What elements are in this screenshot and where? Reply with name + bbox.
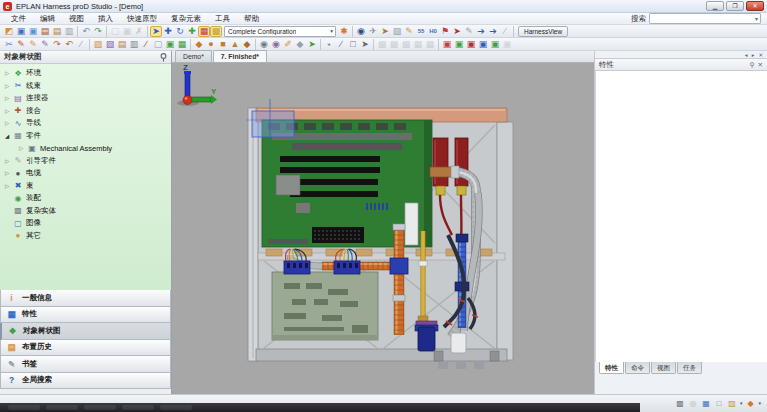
- menu-item-4[interactable]: 插入: [91, 13, 120, 25]
- package-icon[interactable]: ▤: [116, 39, 128, 50]
- edit-pen-icon[interactable]: ✎: [463, 26, 475, 37]
- render-mode-icon[interactable]: ◆: [745, 398, 755, 408]
- taskbar-button[interactable]: [160, 405, 192, 410]
- tree-expand-arrow[interactable]: ▷: [5, 170, 13, 176]
- panel-close-icon[interactable]: ✕: [758, 61, 763, 69]
- clamp-icon[interactable]: ◆: [193, 39, 205, 50]
- run-check-icon[interactable]: ➤: [451, 26, 463, 37]
- tab-close-icon[interactable]: ✕: [758, 52, 763, 58]
- taskbar-button[interactable]: [84, 405, 116, 410]
- view-front-icon[interactable]: ▣: [441, 39, 453, 50]
- redo-icon[interactable]: ↷: [92, 26, 104, 37]
- grommet-icon[interactable]: ●: [205, 39, 217, 50]
- tree-expand-arrow[interactable]: ▷: [5, 120, 13, 126]
- tree-item[interactable]: ●其它: [0, 230, 171, 243]
- tree-expand-arrow[interactable]: ▷: [5, 83, 13, 89]
- wire-length-icon[interactable]: 55: [415, 26, 427, 37]
- tree-item[interactable]: ▢图像: [0, 217, 171, 230]
- line-icon[interactable]: ∕: [335, 39, 347, 50]
- sleeve-icon[interactable]: ■: [217, 39, 229, 50]
- menu-item-7[interactable]: 工具: [208, 13, 237, 25]
- tree-item[interactable]: ◉装配: [0, 192, 171, 205]
- restore-button[interactable]: ❐: [726, 1, 744, 11]
- clip-region-icon[interactable]: ▩: [675, 398, 685, 408]
- taskbar-button[interactable]: [46, 405, 78, 410]
- print-icon[interactable]: ▥: [63, 26, 75, 37]
- paste-icon[interactable]: ▣: [121, 26, 133, 37]
- document-tab-2[interactable]: 7. Finished*: [213, 50, 267, 62]
- tree-expand-arrow[interactable]: ▷: [5, 70, 13, 76]
- arrow-up-icon[interactable]: ➤: [306, 39, 318, 50]
- add-point-icon[interactable]: +: [323, 39, 335, 50]
- panel-tab-1[interactable]: 特性: [599, 362, 624, 374]
- copy-icon[interactable]: ▢: [109, 26, 121, 37]
- menu-item-2[interactable]: 编辑: [33, 13, 62, 25]
- pencil-orange-icon[interactable]: ✎: [27, 39, 39, 50]
- tree-expand-arrow[interactable]: ▷: [5, 158, 13, 164]
- menu-item-8[interactable]: 帮助: [237, 13, 266, 25]
- pen-detail-icon[interactable]: ✐: [282, 39, 294, 50]
- measure-icon[interactable]: ➤: [379, 26, 391, 37]
- panel-tab-3[interactable]: 视图: [651, 362, 676, 374]
- dropdown-arrow-icon[interactable]: ▾: [330, 28, 335, 34]
- tab-scroll-left-icon[interactable]: ◂: [745, 52, 748, 58]
- open-project-icon[interactable]: ◩: [3, 26, 15, 37]
- export-icon[interactable]: ▤: [51, 26, 63, 37]
- dropdown-arrow-icon[interactable]: ▾: [740, 400, 743, 406]
- chassis-3d-model[interactable]: [172, 63, 594, 394]
- nail-icon[interactable]: ◆: [294, 39, 306, 50]
- tree-item[interactable]: ▷∿导线: [0, 117, 171, 130]
- report4-icon[interactable]: ▦: [412, 39, 424, 50]
- pane-layout-icon[interactable]: □: [714, 398, 724, 408]
- delete-icon[interactable]: ✗: [133, 26, 145, 37]
- panel-button-properties-nav[interactable]: ▦特性: [0, 307, 171, 324]
- cut-wire-icon[interactable]: ✂: [3, 39, 15, 50]
- tree-item[interactable]: ▷●电缆: [0, 167, 171, 180]
- taskbar-button[interactable]: [122, 405, 154, 410]
- bundle-new-icon[interactable]: ▧: [92, 39, 104, 50]
- tree-item[interactable]: ▷▣Mechanical Assembly: [0, 142, 171, 155]
- import-icon[interactable]: ▤: [39, 26, 51, 37]
- tab-scroll-right-icon[interactable]: ▸: [752, 52, 755, 58]
- tree-item[interactable]: ▷✖束: [0, 180, 171, 193]
- remove-segment-icon[interactable]: ∕: [140, 39, 152, 50]
- report-flag-icon[interactable]: ⚑: [439, 26, 451, 37]
- ghost-mode-icon[interactable]: ◎: [688, 398, 698, 408]
- brush-icon[interactable]: ✎: [39, 39, 51, 50]
- find-edit-icon[interactable]: ◉: [270, 39, 282, 50]
- taskbar-button[interactable]: [8, 405, 40, 410]
- save-icon[interactable]: ▣: [15, 26, 27, 37]
- tree-expand-arrow[interactable]: ◢: [5, 133, 13, 139]
- rect-icon[interactable]: □: [347, 39, 359, 50]
- grid-tool-icon[interactable]: ▦: [198, 26, 210, 37]
- tape-icon[interactable]: ▥: [128, 39, 140, 50]
- undo-icon[interactable]: ↶: [80, 26, 92, 37]
- snap-tool-icon[interactable]: ▩: [210, 26, 222, 37]
- tree-item[interactable]: ▷✎引导零件: [0, 155, 171, 168]
- report3-icon[interactable]: ▩: [400, 39, 412, 50]
- route-all-icon[interactable]: ➔: [487, 26, 499, 37]
- configuration-select[interactable]: Complete Configuration▾: [224, 26, 336, 37]
- view-saved-icon[interactable]: ▣: [501, 39, 513, 50]
- tree-item[interactable]: ▷▤连接器: [0, 92, 171, 105]
- pin-icon[interactable]: [160, 53, 167, 62]
- menu-item-3[interactable]: 视图: [62, 13, 91, 25]
- flythrough-icon[interactable]: ✈: [367, 26, 379, 37]
- tree-item[interactable]: ◢▦零件: [0, 130, 171, 143]
- bundle-edit-icon[interactable]: ▧: [104, 39, 116, 50]
- cube-green-icon[interactable]: ▣: [164, 39, 176, 50]
- route-icon[interactable]: ➔: [475, 26, 487, 37]
- unroute-icon[interactable]: ∕: [499, 26, 511, 37]
- menu-item-6[interactable]: 复杂元素: [164, 13, 208, 25]
- close-button[interactable]: ✕: [746, 1, 764, 11]
- curve-icon[interactable]: ↷: [51, 39, 63, 50]
- fit-view-icon[interactable]: ▦: [701, 398, 711, 408]
- pencil-red-icon[interactable]: ✎: [15, 39, 27, 50]
- unfold-icon[interactable]: ▨: [391, 26, 403, 37]
- panel-tab-2[interactable]: 命令: [625, 362, 650, 374]
- view-side-icon[interactable]: ▣: [465, 39, 477, 50]
- tree-expand-arrow[interactable]: ▷: [5, 108, 13, 114]
- search-input[interactable]: ▾: [649, 13, 761, 24]
- view-top-icon[interactable]: ▣: [453, 39, 465, 50]
- report5-icon[interactable]: ▦: [424, 39, 436, 50]
